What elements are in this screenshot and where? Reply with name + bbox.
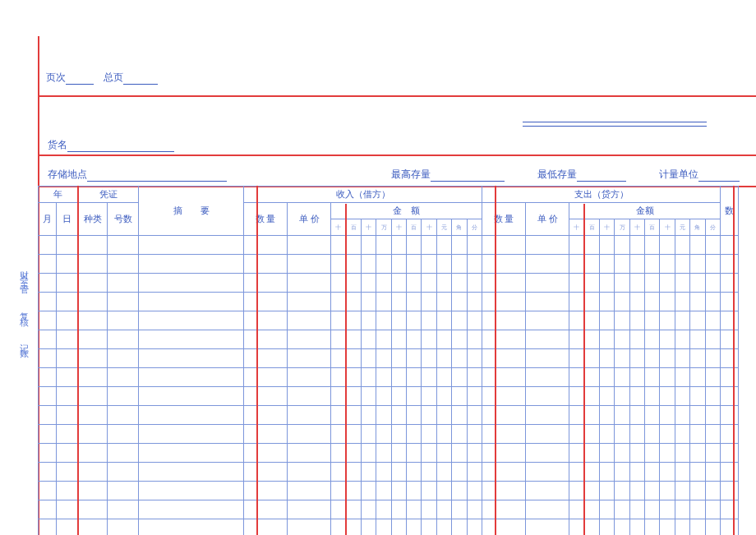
digit-unit: 十 bbox=[331, 219, 346, 236]
cell bbox=[331, 500, 346, 519]
cell bbox=[482, 444, 526, 463]
cell bbox=[288, 519, 331, 536]
cell bbox=[467, 368, 482, 387]
cell bbox=[422, 500, 436, 519]
cell bbox=[78, 387, 108, 406]
cell bbox=[660, 368, 675, 387]
cell bbox=[569, 330, 584, 349]
cell bbox=[376, 274, 391, 293]
cell bbox=[705, 500, 720, 519]
cell bbox=[57, 349, 78, 368]
cell bbox=[569, 293, 584, 311]
cell bbox=[108, 349, 139, 368]
cell bbox=[346, 500, 361, 519]
cell bbox=[376, 293, 391, 311]
cell bbox=[376, 236, 391, 255]
cell bbox=[721, 236, 739, 255]
cell bbox=[244, 482, 288, 500]
cell bbox=[721, 349, 739, 368]
storage-label: 存储地点 bbox=[48, 168, 87, 180]
cell bbox=[391, 500, 406, 519]
storage-value bbox=[87, 171, 227, 182]
cell bbox=[721, 293, 739, 311]
cell bbox=[288, 387, 331, 406]
cell bbox=[57, 293, 78, 311]
cell bbox=[78, 444, 108, 463]
page-meta: 页次 总页 bbox=[46, 71, 158, 85]
cell bbox=[569, 444, 584, 463]
cell bbox=[244, 274, 288, 293]
cell bbox=[584, 311, 599, 330]
cell bbox=[361, 236, 376, 255]
cell bbox=[452, 349, 467, 368]
h-income: 收入（借方） bbox=[244, 187, 482, 203]
cell bbox=[436, 500, 451, 519]
cell bbox=[584, 293, 599, 311]
cell bbox=[39, 387, 57, 406]
cell bbox=[690, 255, 705, 274]
cell bbox=[645, 236, 660, 255]
cell bbox=[436, 368, 451, 387]
cell bbox=[629, 293, 644, 311]
cell bbox=[376, 519, 391, 536]
cell bbox=[599, 255, 614, 274]
cell bbox=[436, 482, 451, 500]
cell bbox=[645, 463, 660, 482]
cell bbox=[645, 387, 660, 406]
cell bbox=[422, 406, 436, 425]
cell bbox=[422, 368, 436, 387]
cell bbox=[482, 293, 526, 311]
cell bbox=[57, 425, 78, 444]
cell bbox=[346, 293, 361, 311]
cell bbox=[108, 500, 139, 519]
max-stock-field: 最高存量 bbox=[391, 168, 505, 182]
cell bbox=[615, 425, 629, 444]
cell bbox=[615, 387, 629, 406]
cell bbox=[452, 368, 467, 387]
cell bbox=[39, 255, 57, 274]
cell bbox=[346, 425, 361, 444]
cell bbox=[376, 463, 391, 482]
cell bbox=[39, 519, 57, 536]
cell bbox=[675, 330, 689, 349]
cell bbox=[615, 500, 629, 519]
cell bbox=[615, 463, 629, 482]
storage-field: 存储地点 bbox=[48, 168, 227, 182]
cell bbox=[569, 500, 584, 519]
h-qty-in: 数 量 bbox=[244, 203, 288, 236]
cell bbox=[615, 293, 629, 311]
cell bbox=[39, 368, 57, 387]
cell bbox=[407, 444, 422, 463]
cell bbox=[452, 330, 467, 349]
cell bbox=[331, 236, 346, 255]
cell bbox=[57, 482, 78, 500]
cell bbox=[407, 368, 422, 387]
cell bbox=[139, 330, 244, 349]
cell bbox=[721, 425, 739, 444]
cell bbox=[675, 463, 689, 482]
cell bbox=[376, 255, 391, 274]
cell bbox=[705, 311, 720, 330]
cell bbox=[139, 425, 244, 444]
cell bbox=[244, 519, 288, 536]
cell bbox=[407, 255, 422, 274]
cell bbox=[721, 500, 739, 519]
cell bbox=[599, 311, 614, 330]
cell bbox=[482, 482, 526, 500]
cell bbox=[690, 236, 705, 255]
cell bbox=[346, 387, 361, 406]
cell bbox=[391, 274, 406, 293]
cell bbox=[482, 330, 526, 349]
cell bbox=[482, 274, 526, 293]
cell bbox=[288, 463, 331, 482]
cell bbox=[78, 406, 108, 425]
cell bbox=[660, 463, 675, 482]
cell bbox=[108, 425, 139, 444]
cell bbox=[288, 368, 331, 387]
cell bbox=[584, 463, 599, 482]
cell bbox=[244, 330, 288, 349]
cell bbox=[346, 311, 361, 330]
cell bbox=[615, 444, 629, 463]
cell bbox=[39, 236, 57, 255]
cell bbox=[690, 387, 705, 406]
